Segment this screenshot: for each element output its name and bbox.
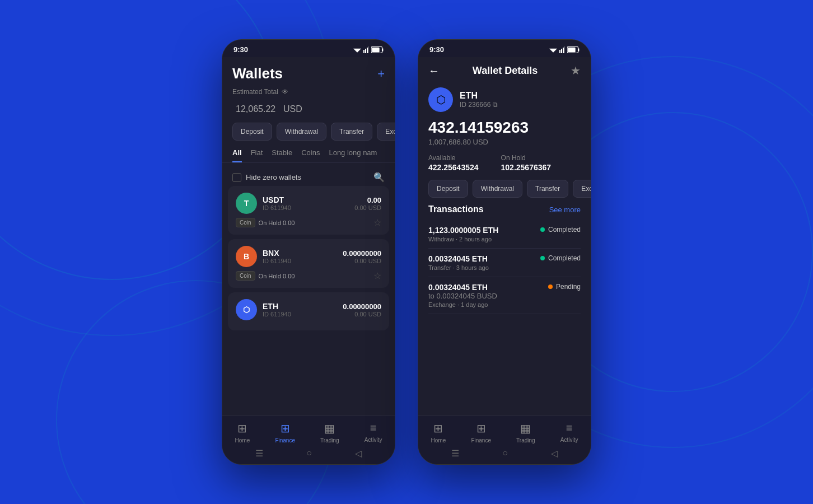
svg-rect-12: [561, 49, 562, 53]
nav-activity-1[interactable]: ≡ Activity: [365, 422, 382, 444]
add-wallet-button[interactable]: +: [377, 67, 385, 81]
transfer-button-1[interactable]: Transfer: [331, 123, 372, 141]
svg-rect-11: [559, 50, 560, 53]
nav-finance-2[interactable]: ⊞ Finance: [471, 422, 491, 444]
phone-wallets: 9:30 Wallets + Estimated Total 👁 12,065.…: [222, 39, 395, 465]
deposit-button-2[interactable]: Deposit: [428, 180, 468, 198]
see-more-button[interactable]: See more: [549, 206, 581, 214]
wallet-left-usdt: T USDT ID 611940: [236, 193, 291, 214]
tab-fiat[interactable]: Fiat: [251, 148, 263, 162]
status-dot-3: [548, 284, 553, 289]
wallet-item-bnx: B BNX ID 611940 0.00000000 0.00 USD: [228, 239, 389, 288]
wallet-usd-usdt: 0.00 USD: [354, 204, 381, 211]
avatar-usdt: T: [236, 193, 257, 214]
favorite-button[interactable]: ★: [571, 64, 581, 77]
status-time-2: 9:30: [429, 45, 444, 54]
home-gesture-2[interactable]: ○: [502, 448, 508, 459]
available-block: Available 422.25643524: [428, 154, 479, 172]
exchange-button-1[interactable]: Exchar: [377, 123, 395, 141]
transfer-button-2[interactable]: Transfer: [527, 180, 568, 198]
hide-zero-checkbox[interactable]: [232, 173, 241, 182]
nav-finance-label-2: Finance: [471, 437, 491, 444]
tx-title: Transactions: [428, 204, 484, 214]
coin-info-eth1: ETH ID 611940: [263, 302, 291, 318]
transactions-section: Transactions See more 1,123.0000005 ETH …: [418, 204, 591, 416]
nav-trading-1[interactable]: ▦ Trading: [320, 422, 339, 444]
tx-row-1: 1,123.0000005 ETH Withdraw · 2 hours ago…: [428, 226, 581, 242]
wallets-header: Wallets +: [222, 57, 395, 88]
details-actions: Deposit Withdrawal Transfer Exchar: [418, 178, 591, 204]
phone2-content: ← Wallet Details ★ ⬡ ETH ID 236666 ⧉ 432…: [418, 57, 591, 464]
star-bnx[interactable]: ☆: [373, 270, 381, 281]
tab-all[interactable]: All: [232, 148, 242, 162]
tab-coins[interactable]: Coins: [301, 148, 320, 162]
on-hold-block: On Hold 102.25676367: [501, 154, 552, 172]
coin-id-eth1: ID 611940: [263, 311, 291, 318]
withdrawal-button-1[interactable]: Withdrawal: [277, 123, 326, 141]
nav-finance-1[interactable]: ⊞ Finance: [275, 422, 295, 444]
activity-icon-1: ≡: [370, 422, 377, 435]
on-hold-usdt: On Hold 0.00: [259, 220, 295, 226]
svg-rect-13: [563, 48, 564, 53]
wallet-item-bottom-usdt: Coin On Hold 0.00 ☆: [236, 217, 381, 228]
tx-status-3: Pending: [548, 283, 581, 291]
tx-status-1: Completed: [540, 226, 581, 234]
status-bar-1: 9:30: [222, 40, 395, 57]
nav-home-2[interactable]: ⊞ Home: [431, 422, 446, 444]
tx-sub-1: Withdraw · 2 hours ago: [428, 236, 498, 242]
hide-zero-filter: Hide zero wallets: [232, 173, 301, 182]
nav-activity-2[interactable]: ≡ Activity: [560, 422, 578, 444]
wallet-right-eth1: 0.00000000 0.00 USD: [343, 302, 381, 318]
estimated-section: Estimated Total 👁 12,065.22 USD: [222, 88, 395, 123]
svg-rect-3: [365, 49, 366, 53]
back-button[interactable]: ←: [428, 64, 440, 77]
star-usdt[interactable]: ☆: [373, 217, 381, 228]
eye-icon[interactable]: 👁: [282, 88, 288, 96]
tx-item-2: 0.00324045 ETH Transfer · 3 hours ago Co…: [428, 249, 581, 277]
avail-hold-section: Available 422.25643524 On Hold 102.25676…: [418, 148, 591, 178]
back-gesture-2[interactable]: ◁: [551, 448, 558, 459]
search-icon[interactable]: 🔍: [373, 172, 385, 183]
svg-rect-8: [372, 47, 379, 52]
nav-home-1[interactable]: ⊞ Home: [235, 422, 250, 444]
phone1-content: Wallets + Estimated Total 👁 12,065.22 US…: [222, 57, 395, 464]
svg-rect-4: [367, 48, 368, 53]
tag-coin-usdt: Coin: [236, 218, 255, 227]
nav-trading-2[interactable]: ▦ Trading: [516, 422, 535, 444]
wallet-item-usdt: T USDT ID 611940 0.00 0.00 USD: [228, 186, 389, 235]
home-icon-1: ⊞: [237, 422, 247, 435]
bottom-nav-2: ⊞ Home ⊞ Finance ▦ Trading ≡ Activity: [418, 416, 591, 464]
wifi-icon: [353, 46, 361, 53]
coin-id-usdt: ID 611940: [263, 204, 291, 211]
status-label-1: Completed: [548, 226, 581, 234]
back-gesture[interactable]: ◁: [355, 448, 362, 459]
details-header: ← Wallet Details ★: [418, 57, 591, 82]
signal-icon: [363, 46, 369, 53]
coin-name-eth1: ETH: [263, 302, 291, 311]
tx-amount-3: 0.00324045 ETH: [428, 283, 497, 292]
svg-rect-16: [578, 48, 580, 51]
wallet-item-bottom-bnx: Coin On Hold 0.00 ☆: [236, 270, 381, 281]
deposit-button-1[interactable]: Deposit: [232, 123, 272, 141]
nav-items-2: ⊞ Home ⊞ Finance ▦ Trading ≡ Activity: [418, 422, 591, 444]
on-hold-bnx: On Hold 0.00: [259, 273, 295, 279]
eth-info: ⬡ ETH ID 236666 ⧉: [418, 82, 591, 116]
tab-longname[interactable]: Long long nam: [329, 148, 377, 162]
wallet-item-top-bnx: B BNX ID 611940 0.00000000 0.00 USD: [236, 246, 381, 267]
nav-trading-label-2: Trading: [516, 437, 535, 444]
exchange-button-2[interactable]: Exchar: [573, 180, 591, 198]
coin-id-bnx: ID 611940: [263, 258, 291, 264]
withdrawal-button-2[interactable]: Withdrawal: [473, 180, 522, 198]
menu-gesture[interactable]: ☰: [255, 448, 263, 459]
wallet-amount-eth1: 0.00000000: [343, 302, 381, 311]
on-hold-value: 102.25676367: [501, 163, 552, 172]
menu-gesture-2[interactable]: ☰: [451, 448, 459, 459]
tx-item-3: 0.00324045 ETH to 0.00324045 BUSD Exchan…: [428, 277, 581, 314]
wallet-left-eth1: ⬡ ETH ID 611940: [236, 299, 291, 320]
tab-stable[interactable]: Stable: [272, 148, 292, 162]
tx-status-2: Completed: [540, 254, 581, 262]
wallet-right-bnx: 0.00000000 0.00 USD: [343, 249, 381, 264]
home-gesture[interactable]: ○: [306, 448, 312, 459]
copy-icon[interactable]: ⧉: [493, 101, 498, 109]
status-icons-2: [549, 46, 580, 53]
